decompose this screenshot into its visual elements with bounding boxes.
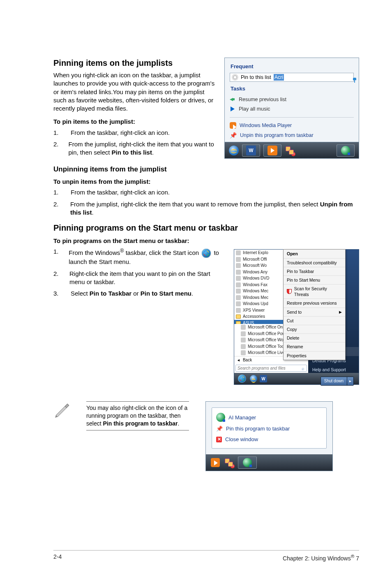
- network-taskbar-icon[interactable]: ✕: [224, 458, 234, 467]
- heading-pin-jumplist: Pinning items on the jumplists: [53, 58, 217, 69]
- page-number: 2-4: [53, 553, 62, 562]
- howto-unpin-heading: To unpin items from the jumplist:: [53, 178, 359, 186]
- jumplist-pin-entry[interactable]: Pin to this list Acri: [230, 73, 354, 82]
- program-icon: [236, 289, 241, 294]
- context-menu-item[interactable]: Scan for Security Threats: [284, 285, 345, 299]
- context-menu-item[interactable]: Properties: [284, 352, 345, 360]
- pin-icon: 📌: [216, 425, 223, 433]
- intro-text: When you right-click an icon on the task…: [53, 71, 217, 113]
- pin-step-1: From the taskbar, right-click an icon.: [71, 129, 170, 137]
- unpin-icon: 📌: [230, 132, 237, 139]
- program-icon: [236, 282, 241, 287]
- start-step-2: Right-click the item that you want to pi…: [69, 270, 226, 287]
- folder-icon: [236, 321, 241, 324]
- search-icon: ⌕: [299, 365, 307, 371]
- context-menu: OpenTroubleshoot compatibilityPin to Tas…: [283, 249, 346, 360]
- context-menu-item[interactable]: Rename: [284, 342, 345, 351]
- close-icon: ✕: [216, 437, 222, 442]
- pin-to-taskbar-entry[interactable]: 📌 Pin this program to taskbar: [216, 423, 322, 434]
- word-taskbar-icon[interactable]: W: [260, 375, 267, 382]
- back-arrow-icon: [230, 97, 235, 102]
- taskbar: W ✕: [225, 142, 359, 158]
- program-icon: [236, 250, 241, 255]
- program-icon: [236, 270, 241, 275]
- tip-text: You may also right-click on the icon of …: [86, 401, 189, 430]
- wmp-entry[interactable]: Windows Media Player: [230, 121, 354, 130]
- start-menu-search[interactable]: ⌕: [235, 365, 307, 372]
- taskbar: ✕: [206, 454, 332, 471]
- ai-taskbar-button[interactable]: [238, 456, 257, 469]
- pin-step-2: From the jumplist, right-click the item …: [69, 140, 217, 157]
- program-icon: [236, 257, 241, 262]
- running-program-jumplist: AI Manager 📌 Pin this program to taskbar…: [205, 401, 333, 471]
- submenu-arrow-icon: ▶: [339, 310, 342, 315]
- wmp-icon: [230, 122, 236, 129]
- heading-unpin: Unpinning items from the jumplist: [53, 165, 359, 174]
- shutdown-dropdown[interactable]: ▸: [347, 377, 353, 385]
- ai-manager-icon: [243, 458, 252, 467]
- program-icon: [236, 295, 241, 300]
- program-icon: [241, 331, 246, 336]
- unpin-from-taskbar[interactable]: 📌 Unpin this program from taskbar: [230, 130, 354, 141]
- word-taskbar-button[interactable]: W: [242, 144, 260, 157]
- context-menu-item[interactable]: Copy: [284, 325, 345, 334]
- program-icon: [236, 308, 241, 313]
- context-menu-item[interactable]: Pin to Taskbar: [284, 267, 345, 276]
- play-all-music[interactable]: Play all music: [230, 104, 354, 114]
- context-menu-item[interactable]: Troubleshoot compatibility: [284, 259, 345, 267]
- close-window-entry[interactable]: ✕ Close window: [216, 434, 322, 445]
- context-menu-item[interactable]: Open: [284, 250, 345, 258]
- program-icon: [236, 301, 241, 306]
- program-icon: [241, 338, 246, 342]
- play-icon: [230, 106, 235, 112]
- heading-pin-start: Pinning programs on the Start menu or ta…: [53, 222, 359, 234]
- cd-icon: [232, 74, 238, 81]
- pin-steps: 1.From the taskbar, right-click an icon.…: [53, 129, 217, 157]
- start-step-1: From the Windows® taskbar, click the Sta…: [69, 248, 226, 266]
- program-icon: [241, 344, 246, 349]
- right-pane-help[interactable]: Help and Support: [308, 365, 359, 374]
- resume-previous-list[interactable]: Resume previous list: [230, 95, 354, 104]
- context-menu-item[interactable]: Send to▶: [284, 308, 345, 317]
- chapter-label: Chapter 2: Using Windows® 7: [283, 553, 359, 562]
- program-icon: [241, 325, 246, 330]
- wmp-taskbar-icon[interactable]: [211, 458, 220, 467]
- wmp-icon: [267, 146, 277, 155]
- folder-icon: [236, 315, 241, 319]
- start-step-3: Select Pin to Taskbar or Pin to Start me…: [71, 289, 193, 298]
- program-icon: [241, 350, 246, 355]
- ie-taskbar-icon[interactable]: [250, 375, 257, 382]
- unpin-step-2: From the jumplist, right-click the item …: [70, 200, 359, 217]
- context-menu-item[interactable]: Cut: [284, 317, 345, 325]
- program-icon: [236, 263, 241, 268]
- page-footer: 2-4 Chapter 2: Using Windows® 7: [53, 550, 359, 562]
- jumplist-frequent-label: Frequent: [231, 63, 354, 70]
- ai-manager-icon: [341, 146, 350, 155]
- start-button[interactable]: [238, 375, 246, 383]
- jumplist-tasks-label: Tasks: [231, 85, 354, 93]
- pin-start-steps: 1. From the Windows® taskbar, click the …: [53, 248, 226, 298]
- shield-icon: [287, 289, 292, 294]
- ai-manager-entry[interactable]: AI Manager: [216, 411, 322, 423]
- jumplist-figure: Frequent Pin to this list Acri Tasks Res…: [224, 58, 359, 159]
- pen-note-icon: [53, 401, 70, 420]
- divider: [230, 117, 354, 118]
- shutdown-button[interactable]: Shut down▸: [321, 377, 354, 386]
- unpin-step-1: From the taskbar, right-click an icon.: [71, 188, 170, 197]
- context-menu-item[interactable]: Pin to Start Menu: [284, 276, 345, 285]
- program-icon: [236, 276, 241, 281]
- howto-pin-start-heading: To pin programs on the Start menu or tas…: [53, 237, 359, 245]
- context-menu-item[interactable]: Restore previous versions: [284, 299, 345, 308]
- start-orb-icon: [202, 249, 211, 258]
- ie-taskbar-icon[interactable]: [229, 146, 239, 155]
- howto-pin-heading: To pin items to the jumplist:: [53, 118, 217, 126]
- wmp-taskbar-button[interactable]: [263, 144, 281, 157]
- search-input[interactable]: [236, 365, 299, 371]
- ai-manager-icon: [216, 413, 225, 422]
- unpin-steps: 1.From the taskbar, right-click an icon.…: [53, 188, 359, 217]
- network-taskbar-icon[interactable]: ✕: [285, 146, 295, 155]
- word-icon: W: [246, 146, 256, 155]
- ai-taskbar-button[interactable]: [337, 144, 355, 157]
- context-menu-item[interactable]: Delete: [284, 334, 345, 342]
